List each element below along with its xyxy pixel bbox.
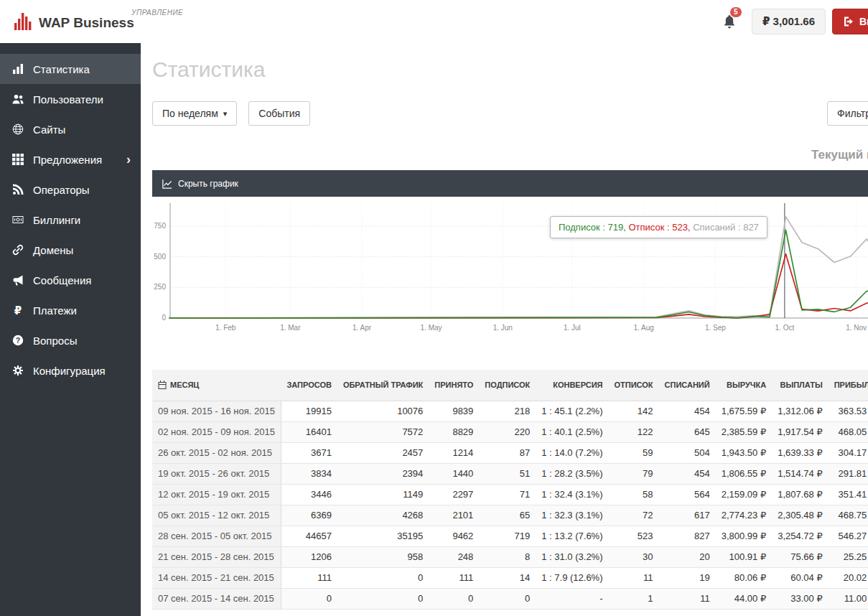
stats-table: МЕСЯЦЗАПРОСОВОБРАТНЫЙ ТРАФИКПРИНЯТОПОДПИ… bbox=[152, 370, 868, 610]
svg-text:₽: ₽ bbox=[14, 304, 22, 316]
data-cell: 1149 bbox=[337, 484, 429, 505]
data-cell: 71 bbox=[479, 484, 536, 505]
data-cell: 2,305.48 ₽ bbox=[772, 505, 829, 526]
brand-logo[interactable]: WAP Business bbox=[14, 10, 134, 32]
sidebar-item-domains[interactable]: Домены bbox=[0, 235, 141, 265]
month-cell: 14 сен. 2015 - 21 сен. 2015 bbox=[152, 567, 281, 588]
data-cell: 645 bbox=[659, 421, 716, 442]
calendar-icon bbox=[158, 381, 167, 389]
sidebar-item-label: Платежи bbox=[33, 304, 77, 317]
data-cell: 4268 bbox=[337, 505, 429, 526]
data-cell: 719 bbox=[479, 526, 536, 546]
data-cell: 468.05 ₽ bbox=[829, 421, 868, 442]
svg-text:?: ? bbox=[16, 336, 20, 345]
month-cell: 12 окт. 2015 - 19 окт. 2015 bbox=[152, 484, 281, 505]
data-cell: 1 : 45.1 (2.2%) bbox=[536, 401, 608, 421]
data-cell: 0 bbox=[429, 588, 479, 609]
sidebar-item-billings[interactable]: Биллинги bbox=[0, 205, 141, 235]
sidebar-item-label: Сайты bbox=[33, 123, 65, 136]
data-cell: 1 : 32.4 (3.1%) bbox=[536, 484, 608, 505]
column-header: ПОДПИСОК bbox=[479, 370, 536, 401]
svg-text:1. Nov: 1. Nov bbox=[846, 324, 867, 332]
month-cell: 05 окт. 2015 - 12 окт. 2015 bbox=[152, 505, 281, 526]
data-cell: 20 bbox=[659, 546, 716, 567]
notifications-button[interactable]: 5 bbox=[722, 14, 741, 32]
data-cell: 122 bbox=[609, 421, 659, 442]
sidebar-item-questions[interactable]: ?Вопросы bbox=[0, 325, 141, 355]
data-cell: 2297 bbox=[429, 484, 479, 505]
data-cell: 9462 bbox=[429, 526, 479, 546]
sidebar-item-sites[interactable]: Сайты bbox=[0, 114, 141, 144]
data-cell: 0 bbox=[337, 567, 429, 588]
sidebar-item-label: Вопросы bbox=[33, 335, 77, 347]
data-cell: 1 : 40.1 (2.5%) bbox=[536, 421, 608, 442]
header: WAP Business УПРАВЛЕНИЕ 5 ₽ 3,001.66 Вых… bbox=[0, 0, 868, 43]
svg-text:250: 250 bbox=[154, 283, 166, 291]
svg-text:500: 500 bbox=[154, 253, 166, 261]
data-cell: 2457 bbox=[337, 442, 429, 463]
data-cell: 19915 bbox=[281, 401, 337, 421]
sidebar-item-label: Операторы bbox=[33, 184, 90, 196]
tooltip-series-value: Списаний : 827 bbox=[693, 222, 759, 233]
sidebar-item-label: Статистика bbox=[33, 63, 90, 75]
sidebar-item-stats[interactable]: Статистика bbox=[0, 54, 141, 84]
logout-button[interactable]: Выход bbox=[832, 9, 868, 34]
filter-button[interactable]: Фильтры bbox=[827, 101, 868, 126]
data-cell: 454 bbox=[659, 401, 716, 421]
balance-button[interactable]: ₽ 3,001.66 bbox=[752, 9, 826, 34]
sidebar-item-offers[interactable]: Предложения› bbox=[0, 144, 141, 174]
brand-bars-icon bbox=[14, 10, 33, 32]
data-cell: 111 bbox=[281, 567, 337, 588]
data-cell: 363.53 ₽ bbox=[829, 401, 868, 421]
table-row: 28 сен. 2015 - 05 окт. 20154465735195946… bbox=[152, 526, 868, 546]
data-cell: 87 bbox=[479, 442, 536, 463]
sidebar-item-users[interactable]: Пользователи bbox=[0, 84, 141, 114]
data-cell: 1,917.54 ₽ bbox=[772, 421, 829, 442]
data-cell: 58 bbox=[609, 484, 659, 505]
sidebar-item-operators[interactable]: Операторы bbox=[0, 174, 141, 205]
data-cell: 1,639.33 ₽ bbox=[772, 442, 829, 463]
data-cell: 958 bbox=[337, 546, 429, 567]
column-header: СПИСАНИЙ bbox=[659, 370, 716, 401]
brand-name: WAP Business bbox=[39, 16, 134, 32]
hide-chart-button[interactable]: Скрыть график bbox=[152, 170, 868, 197]
data-cell: 0 bbox=[479, 588, 536, 609]
data-cell: 65 bbox=[479, 505, 536, 526]
grid-icon bbox=[12, 154, 24, 165]
data-cell: 2,159.09 ₽ bbox=[716, 484, 773, 505]
ruble-icon: ₽ bbox=[12, 304, 24, 316]
data-cell: 2394 bbox=[337, 463, 429, 484]
table-row: 26 окт. 2015 - 02 ноя. 20153671245712148… bbox=[152, 442, 868, 463]
data-cell: 30 bbox=[609, 546, 659, 567]
events-button[interactable]: События bbox=[248, 101, 310, 126]
data-cell: 44657 bbox=[281, 526, 337, 546]
table-row: 12 окт. 2015 - 19 окт. 20153446114922977… bbox=[152, 484, 868, 505]
sidebar-item-config[interactable]: Конфигурация bbox=[0, 355, 141, 386]
sidebar-item-messages[interactable]: Сообщения bbox=[0, 265, 141, 295]
banknote-icon bbox=[12, 214, 24, 225]
data-cell: 6369 bbox=[281, 505, 337, 526]
svg-text:1. Oct: 1. Oct bbox=[775, 324, 795, 332]
svg-text:1. Jul: 1. Jul bbox=[564, 324, 581, 332]
month-cell: 07 сен. 2015 - 14 сен. 2015 bbox=[152, 588, 281, 609]
hide-chart-label: Скрыть график bbox=[178, 179, 238, 189]
data-cell: 16401 bbox=[281, 421, 337, 442]
data-cell: 564 bbox=[659, 484, 716, 505]
data-cell: 11 bbox=[659, 588, 716, 609]
month-cell: 02 ноя. 2015 - 09 ноя. 2015 bbox=[152, 421, 281, 442]
link-icon bbox=[12, 244, 24, 256]
column-header: ОТПИСОК bbox=[609, 370, 659, 401]
chart-panel: Скрыть график 02505007501. Feb1. Mar1. A… bbox=[152, 170, 868, 345]
data-cell: 0 bbox=[337, 588, 429, 609]
svg-text:1. May: 1. May bbox=[421, 324, 442, 332]
svg-text:1. Feb: 1. Feb bbox=[215, 324, 236, 332]
period-dropdown[interactable]: По неделям ▾ bbox=[152, 101, 237, 126]
data-cell: 19 bbox=[659, 567, 716, 588]
data-cell: 11.00 ₽ bbox=[829, 588, 868, 609]
megaphone-icon bbox=[12, 274, 24, 286]
svg-text:0: 0 bbox=[162, 314, 166, 322]
data-cell: 1 : 14.0 (7.2%) bbox=[536, 442, 608, 463]
sidebar-item-payments[interactable]: ₽Платежи bbox=[0, 295, 141, 325]
chart[interactable]: 02505007501. Feb1. Mar1. Apr1. May1. Jun… bbox=[152, 197, 868, 345]
data-cell: 1,807.68 ₽ bbox=[772, 484, 829, 505]
